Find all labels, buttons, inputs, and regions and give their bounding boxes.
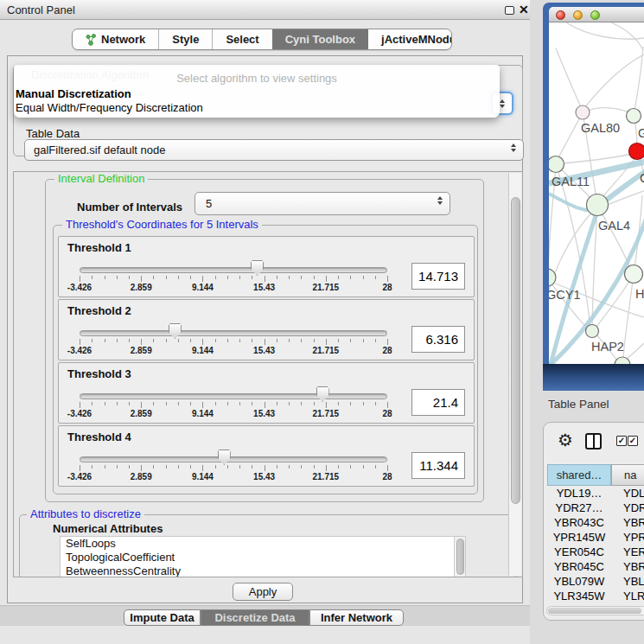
slider-track[interactable] [80,393,387,399]
table-row[interactable]: YPR145WYPR1 [544,531,644,545]
minimize-traffic-light-icon[interactable] [573,10,583,20]
list-item-topologicalcoefficient[interactable]: TopologicalCoefficient [61,551,465,564]
threshold-label: Threshold 3 [67,367,131,380]
bottom-tab-discretize-data[interactable]: Discretize Data [201,609,309,626]
slider-thumb[interactable] [169,323,182,339]
tick-label: 9.144 [192,283,214,292]
attributes-group-title: Attributes to discretize [27,508,144,520]
table-row[interactable]: YLR345WYLR3 [544,590,644,604]
number-of-intervals-value: 5 [206,193,212,214]
horizontal-scrollbar-thumb[interactable] [548,608,641,614]
list-scrollbar-thumb[interactable] [456,539,464,575]
slider-thumb[interactable] [218,450,231,465]
threshold-value-field[interactable]: 21.4 [411,389,465,416]
bottom-tab-impute-data[interactable]: Impute Data [124,609,201,626]
tab-cyni-toolbox[interactable]: Cyni Toolbox [272,29,368,49]
cell-name: YBL0 [623,575,644,588]
table-row[interactable]: YDR27…YDR2 [544,501,644,516]
tick-label: 2.859 [131,472,152,481]
bottom-tab-infer-network[interactable]: Infer Network [309,609,404,626]
vertical-scrollbar-thumb[interactable] [511,197,520,504]
tab-jactivemnodules[interactable]: jActiveMNodules [368,29,452,49]
threshold-panel-threshold-3: Threshold 3-3.4262.8599.14415.4321.71528… [58,362,475,424]
stepper-up-icon [500,99,505,103]
stepper-down-icon [500,105,505,108]
tick-label: 15.43 [253,283,275,292]
numerical-attributes-label: Numerical Attributes [53,522,163,535]
table-data-combobox[interactable]: galFiltered.sif default node [24,139,524,161]
tick-label: 2.859 [131,346,152,355]
algorithm-popup-hint: Select algorithm to view settings [14,72,500,85]
cell-name: YDR2 [623,501,644,514]
apply-row: Apply [8,578,522,603]
column-layout-icon[interactable] [585,433,602,450]
threshold-panel-threshold-4: Threshold 4-3.4262.8599.14415.4321.71528… [58,425,475,487]
column-header-shared[interactable]: shared… [547,464,611,486]
svg-text:HAP2: HAP2 [591,340,624,354]
number-of-intervals-spinner[interactable]: 5 [194,192,450,215]
close-icon[interactable]: ✕ [519,3,529,16]
tab-network[interactable]: Network [73,29,158,49]
horizontal-scrollbar[interactable] [546,606,644,615]
column-header-name[interactable]: na [611,464,644,486]
table-panel-title: Table Panel [548,398,609,411]
threshold-value-field[interactable]: 14.713 [411,263,465,290]
slider-track[interactable] [80,267,387,273]
vertical-scrollbar[interactable] [508,173,521,576]
cyni-toolbox-panel: Discretization Algorithm Table Data galF… [7,55,523,603]
table-row[interactable]: YBR045CYBR0 [544,560,644,575]
cell-shared-name: YPR145W [547,531,611,544]
tick-label: -3.426 [67,346,92,355]
tab-label: Cyni Toolbox [285,33,355,46]
tab-style[interactable]: Style [158,29,212,49]
svg-text:H: H [635,287,644,301]
slider-thumb[interactable] [251,260,264,276]
svg-text:GAL11: GAL11 [552,175,590,188]
cell-name: YLR3 [623,590,644,603]
threshold-label: Threshold 1 [67,241,131,254]
gear-icon[interactable]: ⚙ [558,430,573,450]
float-window-icon[interactable] [505,6,514,15]
algorithm-option-equal-width-frequency-discretization[interactable]: Equal Width/Frequency Discretization [16,101,203,114]
checkbox-icon-2[interactable]: ✓ [628,436,638,446]
algorithm-option-manual-discretization[interactable]: Manual Discretization [16,87,131,100]
slider-thumb[interactable] [316,386,329,402]
table-row[interactable]: YER054CYER0 [544,545,644,560]
control-panel-titlebar: Control Panel ✕ [0,0,530,20]
threshold-label: Threshold 4 [67,430,131,443]
list-item-betweennesscentrality[interactable]: BetweennessCentrality [61,564,465,577]
tick-label: 28 [382,346,392,355]
slider-ticks [80,465,388,472]
tick-label: 21.715 [313,472,340,481]
tick-label: 9.144 [192,472,214,481]
apply-button[interactable]: Apply [233,583,293,601]
tick-label: -3.426 [67,409,92,418]
threshold-rows: Threshold 1-3.4262.8599.14415.4321.71528… [58,236,475,488]
list-scrollbar[interactable] [454,537,465,577]
zoom-traffic-light-icon[interactable] [590,10,600,20]
table-row[interactable]: YDL19…YDL1 [544,487,644,501]
slider-track[interactable] [80,456,387,462]
slider-ticks [80,339,388,346]
checkbox-icon-1[interactable]: ✓ [616,436,627,446]
column-layout-divider [593,435,595,448]
list-item-selfloops[interactable]: SelfLoops [61,537,465,551]
slider-track[interactable] [80,330,387,336]
cell-shared-name: YLR345W [547,590,611,603]
tick-label: 28 [382,409,392,418]
tab-select[interactable]: Select [212,29,271,49]
network-view-frame-bottom [543,364,644,391]
close-traffic-light-icon[interactable] [556,10,565,20]
tab-label: jActiveMNodules [381,33,452,46]
desktop: { "window": { "title": "Control Panel" }… [0,0,644,644]
threshold-value-field[interactable]: 6.316 [411,326,465,353]
network-canvas[interactable]: GAL80GAGAL11CGAL4GCY1HHAP2 [549,22,644,364]
thresholds-group: Threshold's Coordinates for 5 Intervals … [53,225,478,494]
interval-definition-group: Interval Definition Number of Intervals … [45,179,484,502]
threshold-value-field[interactable]: 11.344 [411,452,465,479]
cell-shared-name: YDR27… [547,501,611,514]
thresholds-group-title: Threshold's Coordinates for 5 Intervals [62,219,262,231]
table-row[interactable]: YBL079WYBL0 [544,575,644,590]
numerical-attributes-list[interactable]: SelfLoopsTopologicalCoefficientBetweenne… [60,536,466,577]
table-row[interactable]: YBR043CYBR0 [544,516,644,531]
